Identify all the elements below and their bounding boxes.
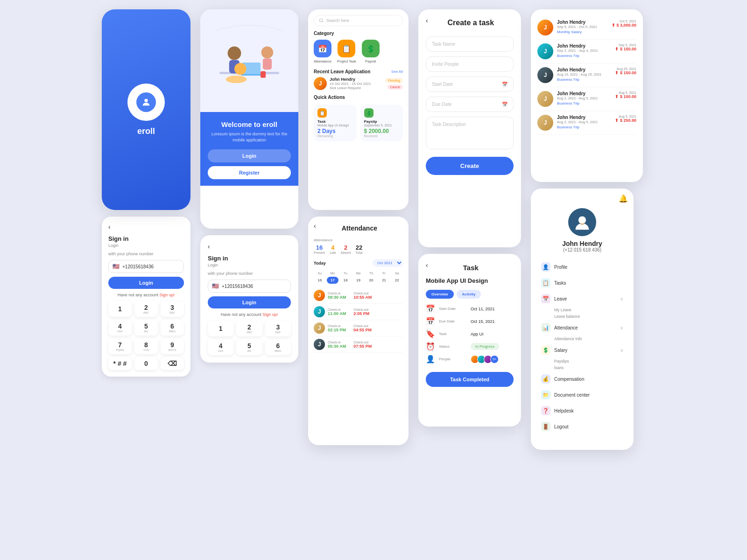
nav-icon-5: 💰 [541, 374, 550, 384]
cal-22[interactable]: 22 [391, 277, 403, 284]
leave-name: John Hendry [330, 77, 382, 82]
task-title: Task [428, 264, 514, 272]
cat-payroll[interactable]: 💲 Payroll [362, 40, 380, 63]
eroll-logo-circle [127, 84, 165, 121]
nav-item-leave[interactable]: 📅 Leave ∨ [538, 291, 626, 307]
cal-18[interactable]: 18 [339, 277, 352, 284]
notif-bell[interactable]: 🔔 [619, 194, 628, 203]
nav-item-document-center[interactable]: 📁 Document center [538, 387, 626, 403]
qa-task-label: Task [317, 119, 353, 124]
month-select[interactable]: Oct 2021 [373, 259, 403, 267]
welcome-login-btn[interactable]: Login [208, 149, 291, 162]
signup-link-lg[interactable]: Sign up! [262, 312, 278, 317]
welcome-register-btn[interactable]: Register [208, 166, 291, 179]
login-btn-lg[interactable]: Login [208, 296, 291, 308]
attendance-card: ‹ Attendance Attendance 16 Present 4 Lat… [308, 217, 409, 445]
phone-input-lg[interactable]: 🇺🇸 +12015618436 [208, 280, 291, 293]
nav-item-compensation[interactable]: 💰 Compensation [538, 371, 626, 387]
num-4-lg[interactable]: 4GHI [208, 339, 233, 355]
signup-link[interactable]: Sign up! [159, 293, 175, 297]
login-button[interactable]: Login [108, 277, 184, 289]
tab-activity[interactable]: Activity [457, 290, 481, 299]
cat-label-pay: Payroll [362, 59, 380, 63]
start-value: Oct 11, 2021 [471, 307, 495, 311]
nav-chevron-4: ∨ [620, 348, 623, 353]
qa-payslip[interactable]: 💲 Payslip September 5, 2021 $ 2000.00 Re… [360, 105, 403, 141]
sal-meta-0: Oct 5, 2021 ⬆ $ 3,000.00 [612, 20, 636, 28]
cal-19[interactable]: 19 [352, 277, 365, 284]
sal-info-1: John Hendry Sep 2, 2021 - Sep 4, 2021 Bu… [557, 43, 611, 58]
att-title: Attendance [316, 224, 403, 232]
num-7[interactable]: 7PQRS [108, 338, 132, 354]
phone-input-row[interactable]: 🇺🇸 +12015618436 [108, 260, 184, 273]
close-btn[interactable]: × [538, 196, 626, 203]
cal-17[interactable]: 17 [327, 277, 339, 284]
profile-drawer: 🔔 × John Hendry (+12 015 618 436) 👤 Prof… [531, 189, 634, 450]
nav-item-profile[interactable]: 👤 Profile [538, 259, 626, 275]
welcome-card: Welcome to eroll Loresum ipsum is the du… [200, 9, 298, 229]
nav-icon-4: 💲 [541, 345, 550, 355]
nav-item-attendance[interactable]: 📊 Attendance ∨ [538, 320, 626, 336]
num-9[interactable]: 9WXYZ [161, 338, 184, 354]
num-4[interactable]: 4GHI [108, 320, 132, 336]
num-del[interactable]: ⌫ [161, 357, 184, 370]
qa-task-days: 2 Days [317, 128, 353, 134]
search-bar[interactable]: Search here [314, 15, 403, 26]
num-3[interactable]: 3DEF [161, 301, 184, 317]
see-all-btn[interactable]: See All [391, 70, 403, 74]
att-row-4: J Check-in 05:30 AM Check-out 07:55 PM [314, 336, 403, 353]
num-8[interactable]: 8TUV [134, 338, 158, 354]
nav-item-helpdesk[interactable]: ❓ Helpdesk [538, 403, 626, 419]
num-star[interactable]: * # # [108, 357, 132, 370]
num-2-lg[interactable]: 2ABC [236, 321, 262, 336]
create-button[interactable]: Create [426, 157, 514, 175]
sal-name-3: John Hendry [557, 91, 611, 96]
action-cancel[interactable]: Cancel [387, 84, 403, 90]
nav-item-logout[interactable]: 🚪 Logout [538, 419, 626, 434]
nav-sub-2-1[interactable]: My Leave [538, 307, 626, 313]
nav-sub-4-1[interactable]: Payslips [538, 358, 626, 364]
num-2[interactable]: 2ABC [134, 301, 158, 317]
nav-menu: 👤 Profile 📋 Tasks 📅 Leave ∨ My LeaveLeav… [538, 259, 626, 434]
due-value: Oct 15, 2021 [471, 319, 495, 324]
nav-item-salary[interactable]: 💲 Salary ∨ [538, 342, 626, 358]
num-0[interactable]: 0 [134, 357, 158, 370]
cal-20[interactable]: 20 [365, 277, 377, 284]
cat-attendance[interactable]: 📅 Attendance [314, 40, 331, 63]
num-1[interactable]: 1 [108, 301, 132, 317]
nav-item-tasks[interactable]: 📋 Tasks [538, 275, 626, 291]
day-th: Th [365, 271, 377, 276]
invite-people-field[interactable]: Invite People [426, 56, 514, 72]
back-button[interactable]: ‹ [108, 223, 184, 231]
cat-project[interactable]: 📋 Project Task [337, 40, 356, 63]
cal-21[interactable]: 21 [378, 277, 390, 284]
svg-point-2 [226, 76, 247, 83]
cal-16[interactable]: 16 [314, 277, 326, 284]
start-date-field[interactable]: Start Date 📅 [426, 77, 514, 92]
nav-icon-3: 📊 [541, 323, 550, 332]
num-5[interactable]: 5JKL [134, 320, 158, 336]
num-6-lg[interactable]: 6MNO [265, 339, 291, 355]
nav-icon-2: 📅 [541, 294, 550, 303]
sal-dates-0: Sep 5, 2021 - Oct 5, 2021 [557, 25, 608, 29]
nav-sub-4-2[interactable]: loans [538, 364, 626, 371]
due-date-field[interactable]: Due Date 📅 [426, 97, 514, 112]
tab-overview[interactable]: Overview [426, 290, 454, 299]
num-3-lg[interactable]: 3DEF [265, 321, 291, 336]
back-btn-lg[interactable]: ‹ [208, 243, 291, 250]
nav-icon-0: 👤 [541, 262, 550, 272]
task-complete-btn[interactable]: Task Completed [426, 372, 514, 387]
num-5-lg[interactable]: 5JKL [236, 339, 262, 355]
nav-sub-3-1[interactable]: Attendance Info [538, 336, 626, 342]
description-field[interactable]: Task Description [426, 117, 514, 149]
sal-amount-1: ⬆ $ 150.00 [615, 47, 636, 51]
num-6[interactable]: 6MNO [161, 320, 184, 336]
att-av-3: J [314, 322, 325, 334]
att-times-4: Check-in 05:30 AM Check-out 07:55 PM [328, 341, 403, 349]
qa-task[interactable]: 📋 Task Mobile App UI Design 2 Days Remai… [314, 105, 357, 141]
nav-sub-2-2[interactable]: Leave balance [538, 313, 626, 320]
num-1-lg[interactable]: 1 [208, 321, 233, 336]
welcome-content: Welcome to eroll Loresum ipsum is the du… [200, 112, 298, 186]
description-placeholder: Task Description [432, 122, 466, 127]
task-name-field[interactable]: Task Name [426, 36, 514, 52]
